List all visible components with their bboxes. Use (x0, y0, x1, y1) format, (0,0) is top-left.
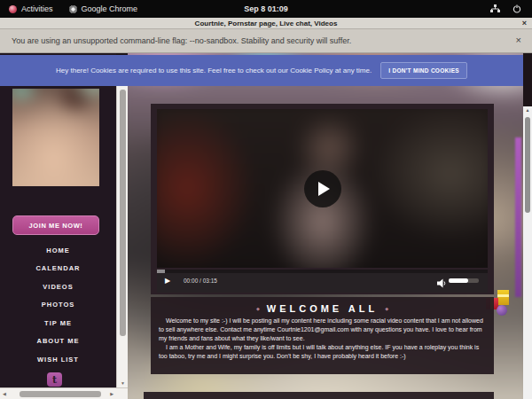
cookie-consent-bar: Hey there! Cookies are required to use t… (0, 55, 523, 86)
video-controls: ▶ 00:00 / 03:15 (157, 270, 488, 293)
welcome-text: Welcome to my site :-) I will be posting… (151, 314, 494, 361)
gnome-top-bar: Activities Google Chrome Sep 8 01:09 (0, 0, 532, 18)
diamond-bullet-icon: ◆ (256, 306, 260, 311)
app-menu-label: Google Chrome (82, 4, 138, 13)
diamond-bullet-icon: ◆ (385, 306, 388, 311)
volume-slider[interactable] (449, 278, 468, 283)
sidebar-vertical-scrollbar[interactable]: ▼ (116, 86, 128, 387)
next-section-panel (144, 392, 494, 399)
gift-decoration (497, 305, 507, 316)
volume-slider-track (468, 278, 479, 283)
main-content: ▶ 00:00 / 03:15 ◆ WELCOME ALL ◆ Wel (128, 53, 523, 399)
join-me-now-button[interactable]: JOIN ME NOW! (12, 215, 99, 235)
play-icon (318, 182, 330, 196)
window-close-icon[interactable]: × (522, 19, 527, 27)
chrome-icon (69, 5, 77, 13)
browser-scroll-up-icon[interactable]: ▲ (523, 107, 532, 113)
cookie-text: Hey there! Cookies are required to use t… (56, 66, 372, 74)
profile-photo (12, 89, 99, 186)
app-menu-button[interactable]: Google Chrome (69, 4, 138, 13)
browser-scrollbar-thumb[interactable] (525, 117, 530, 213)
time-display: 00:00 / 03:15 (184, 278, 217, 284)
browser-viewport: JOIN ME NOW! HOME CALENDAR VIDEOS PHOTOS… (0, 53, 532, 399)
power-icon[interactable] (512, 4, 521, 13)
video-player[interactable] (157, 109, 488, 268)
sidebar-item-about-me[interactable]: ABOUT ME (37, 332, 80, 351)
sidebar-horizontal-scrollbar[interactable]: ◀ ▶ (0, 387, 128, 399)
background-curtain (515, 137, 521, 297)
welcome-title: WELCOME ALL (267, 303, 378, 314)
sidebar-item-photos[interactable]: PHOTOS (42, 296, 75, 315)
play-button[interactable]: ▶ (165, 277, 170, 286)
activities-button[interactable]: Activities (9, 4, 53, 13)
warning-close-icon[interactable]: × (516, 35, 521, 45)
network-icon[interactable] (490, 4, 500, 13)
sidebar-horizontal-scrollbar-thumb[interactable] (20, 391, 101, 397)
activities-label: Activities (21, 4, 53, 13)
sidebar: JOIN ME NOW! HOME CALENDAR VIDEOS PHOTOS… (0, 53, 116, 399)
play-overlay-button[interactable] (304, 170, 341, 207)
window-title-bar: Courtnie, Pornstar page, Live chat, Vide… (0, 18, 532, 29)
chrome-warning-bar: You are using an unsupported command-lin… (0, 29, 532, 53)
welcome-heading-row: ◆ WELCOME ALL ◆ (151, 303, 494, 314)
welcome-section: ◆ WELCOME ALL ◆ Welcome to my site :-) I… (151, 297, 494, 374)
window-title: Courtnie, Pornstar page, Live chat, Vide… (195, 20, 338, 27)
desktop: Activities Google Chrome Sep 8 01:09 Cou… (0, 0, 532, 399)
video-progress-bar[interactable] (157, 270, 488, 273)
sidebar-item-videos[interactable]: VIDEOS (43, 278, 73, 296)
browser-vertical-scrollbar[interactable]: ▲ ▼ (523, 106, 532, 399)
sidebar-scroll-left-icon[interactable]: ◀ (3, 391, 6, 396)
sidebar-item-home[interactable]: HOME (46, 241, 70, 260)
warning-text: You are using an unsupported command-lin… (12, 36, 351, 45)
video-progress-thumb[interactable] (157, 270, 165, 273)
distro-logo-icon (9, 5, 17, 13)
gift-decoration (497, 290, 509, 305)
welcome-paragraph: I am a Mother and Wife, my family is off… (159, 343, 486, 361)
twitter-icon[interactable]: t (47, 372, 62, 387)
sidebar-scroll-right-icon[interactable]: ▶ (110, 391, 113, 396)
cookie-accept-button[interactable]: I DON'T MIND COOKIES (380, 62, 467, 79)
video-panel: ▶ 00:00 / 03:15 (151, 104, 494, 294)
welcome-paragraph: Welcome to my site :-) I will be posting… (159, 317, 486, 343)
sidebar-menu: HOME CALENDAR VIDEOS PHOTOS TIP ME ABOUT… (0, 241, 116, 369)
sidebar-vertical-scrollbar-thumb[interactable] (120, 90, 126, 336)
sidebar-item-calendar[interactable]: CALENDAR (35, 260, 80, 278)
volume-icon[interactable] (437, 276, 447, 292)
sidebar-item-wish-list[interactable]: WISH LIST (37, 350, 79, 369)
sidebar-item-tip-me[interactable]: TIP ME (44, 314, 72, 332)
